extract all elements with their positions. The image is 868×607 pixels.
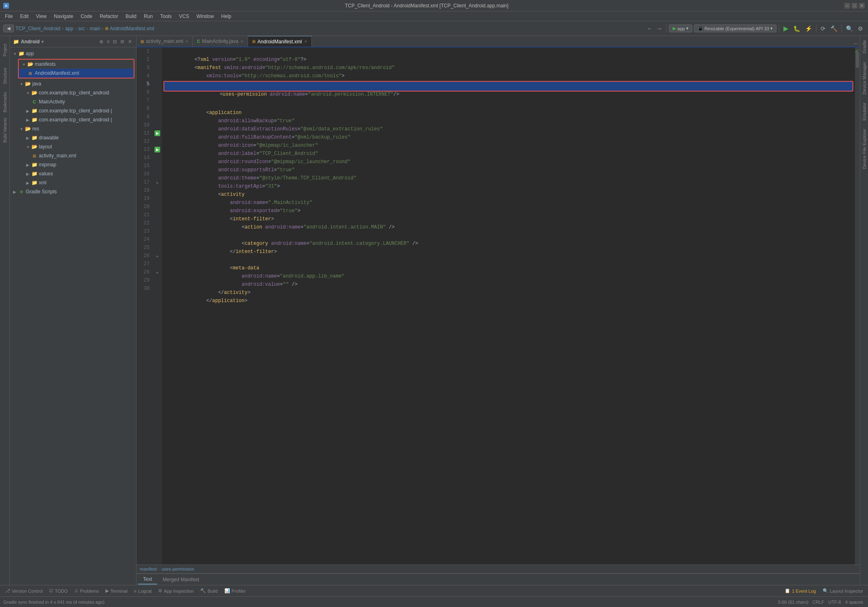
breadcrumb-project[interactable]: TCP_Client_Android bbox=[16, 26, 60, 31]
fold-arrow-26[interactable]: ▸ bbox=[157, 254, 159, 258]
menu-run[interactable]: Run bbox=[141, 13, 156, 20]
tab-mainactivity[interactable]: C MainActivity.java ✕ bbox=[193, 36, 248, 47]
menu-bar: File Edit View Navigate Code Refactor Bu… bbox=[0, 11, 868, 21]
profile-button[interactable]: ⚡ bbox=[803, 25, 814, 33]
sync-button[interactable]: ⟳ bbox=[819, 25, 827, 33]
tree-item-mipmap[interactable]: ▶ 📁 mipmap bbox=[10, 160, 136, 169]
settings-button[interactable]: ⚙ bbox=[856, 25, 865, 33]
tree-item-manifests[interactable]: ▾ 📂 manifests bbox=[19, 60, 134, 69]
encoding-text: UTF-8 bbox=[828, 600, 841, 605]
build-tool-button[interactable]: 🔨 Build bbox=[197, 587, 221, 594]
breadcrumb-file[interactable]: ⊞ AndroidManifest.xml bbox=[105, 26, 154, 31]
tab-merged-manifest[interactable]: Merged Manifest bbox=[158, 575, 204, 585]
bc-manifest[interactable]: manifest bbox=[140, 567, 157, 571]
panel-settings-button[interactable]: ⚙ bbox=[119, 38, 125, 45]
bookmarks-icon[interactable]: Bookmarks bbox=[1, 90, 9, 114]
tree-item-res[interactable]: ▾ 📂 res bbox=[10, 124, 136, 133]
profiler-button[interactable]: 📊 Profiler bbox=[221, 587, 249, 594]
menu-code[interactable]: Code bbox=[77, 13, 96, 20]
line-endings-indicator[interactable]: CRLF bbox=[811, 600, 826, 605]
menu-build[interactable]: Build bbox=[122, 13, 140, 20]
tree-item-mainactivity[interactable]: C MainActivity bbox=[10, 97, 136, 106]
app-inspection-button[interactable]: ⚙ App Inspection bbox=[155, 587, 197, 594]
device-dropdown[interactable]: 📱 Resizable (Experimental) API 33 ▾ bbox=[694, 25, 776, 32]
maximize-button[interactable]: □ bbox=[852, 3, 857, 9]
device-file-explorer-panel-label[interactable]: Device File Explorer bbox=[861, 126, 868, 171]
tab-close-activity-main[interactable]: ✕ bbox=[185, 39, 188, 44]
tab-close-mainactivity[interactable]: ✕ bbox=[240, 39, 244, 44]
layout-inspector-button[interactable]: 🔍 Layout Inspector bbox=[819, 587, 866, 594]
menu-file[interactable]: File bbox=[2, 13, 16, 20]
menu-view[interactable]: View bbox=[33, 13, 50, 20]
tree-item-pkg2[interactable]: ▶ 📁 com.example.tcp_client_android ( bbox=[10, 106, 136, 115]
device-manager-panel-label[interactable]: Device Manager bbox=[861, 59, 868, 97]
tab-androidmanifest[interactable]: ⊞ AndroidManifest.xml ✕ bbox=[248, 36, 312, 47]
tab-bar-overflow[interactable]: ⋯ bbox=[852, 41, 860, 47]
menu-navigate[interactable]: Navigate bbox=[51, 13, 76, 20]
code-content[interactable]: <?xml version="1.0" encoding="utf-8"?> <… bbox=[162, 47, 855, 564]
gradle-panel-label[interactable]: Gradle bbox=[861, 38, 868, 56]
problems-button[interactable]: ⚠ Problems bbox=[71, 587, 102, 594]
run-button[interactable]: ▶ bbox=[782, 24, 790, 33]
breadcrumb-main[interactable]: main bbox=[89, 26, 100, 31]
fold-arrow-28[interactable]: ▸ bbox=[157, 270, 159, 275]
tree-item-drawable[interactable]: ▶ 📁 drawable bbox=[10, 133, 136, 142]
back-button[interactable]: ◀ bbox=[3, 25, 14, 32]
breadcrumb-app[interactable]: app bbox=[65, 26, 73, 31]
problems-icon: ⚠ bbox=[74, 588, 78, 594]
search-button[interactable]: 🔍 bbox=[844, 25, 855, 33]
menu-edit[interactable]: Edit bbox=[17, 13, 32, 20]
tree-item-activity-main-xml[interactable]: ⊞ activity_main.xml bbox=[10, 151, 136, 160]
nav-back-button[interactable]: ← bbox=[645, 25, 654, 33]
panel-collapse-button[interactable]: ⊟ bbox=[112, 38, 118, 45]
tree-item-pkg3[interactable]: ▶ 📁 com.example.tcp_client_android ( bbox=[10, 115, 136, 124]
build-button[interactable]: 🔨 bbox=[829, 25, 839, 33]
vertical-scrollbar[interactable]: ✓ bbox=[855, 47, 860, 564]
tree-item-values[interactable]: ▶ 📁 values bbox=[10, 169, 136, 178]
scrollbar-thumb[interactable] bbox=[856, 52, 859, 68]
version-control-button[interactable]: ⎇ Version Control bbox=[2, 587, 46, 594]
project-panel-dropdown[interactable]: ▾ bbox=[41, 39, 44, 45]
close-button[interactable]: ✕ bbox=[859, 3, 865, 9]
menu-refactor[interactable]: Refactor bbox=[96, 13, 121, 20]
project-panel: 📁 Android ▾ ⊕ ≡ ⊟ ⚙ ✕ ▾ 📁 app ▾ bbox=[10, 36, 136, 585]
project-icon[interactable]: Project bbox=[1, 38, 9, 62]
breadcrumb-src[interactable]: src bbox=[78, 26, 85, 31]
bc-uses-permission[interactable]: uses-permission bbox=[161, 567, 194, 571]
panel-scroll-button[interactable]: ≡ bbox=[106, 38, 110, 45]
status-bar: Gradle sync finished in 4 s 641 ms (4 mi… bbox=[0, 596, 868, 607]
menu-window[interactable]: Window bbox=[193, 13, 217, 20]
tree-item-app[interactable]: ▾ 📁 app bbox=[10, 49, 136, 58]
tree-item-layout[interactable]: ▾ 📂 layout bbox=[10, 142, 136, 151]
indent-indicator[interactable]: 4 spaces bbox=[843, 600, 865, 605]
tree-item-pkg1[interactable]: ▾ 📂 com.example.tcp_client_android bbox=[10, 88, 136, 97]
tab-close-androidmanifest[interactable]: ✕ bbox=[304, 39, 307, 44]
panel-locate-button[interactable]: ⊕ bbox=[98, 38, 104, 45]
tab-activity-main[interactable]: ⊞ activity_main.xml ✕ bbox=[136, 36, 193, 47]
terminal-button[interactable]: ▶ Terminal bbox=[102, 587, 131, 594]
minimize-button[interactable]: ─ bbox=[844, 3, 850, 9]
nav-forward-button[interactable]: → bbox=[655, 25, 664, 33]
module-dropdown[interactable]: ▶ app ▾ bbox=[669, 25, 692, 32]
code-editor[interactable]: 1 2 3 4 5 6 7 8 9 10 11 12 13 14 15 16 1… bbox=[136, 47, 860, 564]
debug-button[interactable]: 🐛 bbox=[792, 25, 802, 33]
encoding-indicator[interactable]: UTF-8 bbox=[827, 600, 843, 605]
emulator-panel-label[interactable]: Emulator bbox=[861, 100, 868, 123]
tree-item-java[interactable]: ▾ 📂 java bbox=[10, 79, 136, 88]
tree-item-gradle-scripts[interactable]: ▶ ⚙ Gradle Scripts bbox=[10, 187, 136, 196]
menu-vcs[interactable]: VCS bbox=[176, 13, 192, 20]
tree-item-xml-folder[interactable]: ▶ 📁 xml bbox=[10, 178, 136, 187]
tree-item-androidmanifest[interactable]: ⊞ AndroidManifest.xml bbox=[19, 69, 134, 78]
logcat-button[interactable]: ≡ Logcat bbox=[131, 588, 155, 594]
build-variants-icon[interactable]: Build Variants bbox=[1, 116, 9, 145]
structure-icon[interactable]: Structure bbox=[1, 64, 9, 88]
position-indicator[interactable]: 5:66 (61 chars) bbox=[776, 600, 810, 605]
logcat-icon: ≡ bbox=[134, 589, 136, 594]
event-log-button[interactable]: 📋 1 Event Log bbox=[781, 587, 819, 594]
todo-button[interactable]: ☑ TODO bbox=[46, 587, 71, 594]
panel-close-button[interactable]: ✕ bbox=[127, 38, 133, 45]
tab-text[interactable]: Text bbox=[138, 575, 157, 585]
menu-tools[interactable]: Tools bbox=[157, 13, 175, 20]
fold-arrow-17[interactable]: ▸ bbox=[157, 180, 159, 185]
menu-help[interactable]: Help bbox=[218, 13, 235, 20]
